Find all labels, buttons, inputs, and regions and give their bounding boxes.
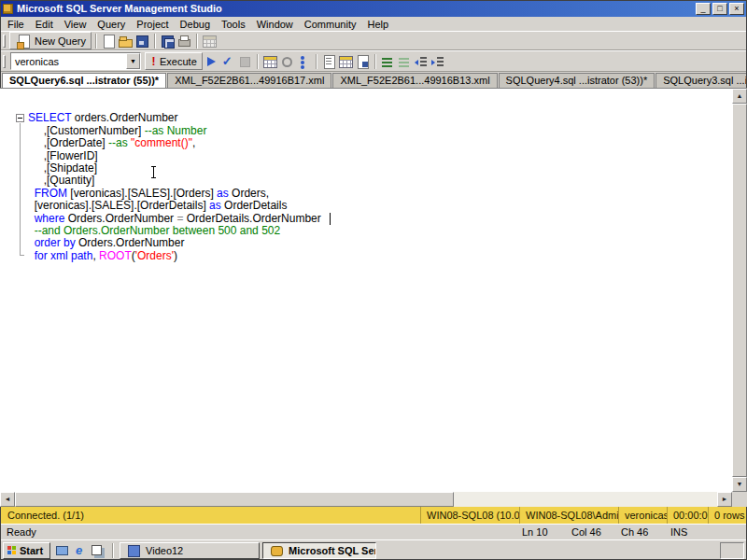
tab-list: SQLQuery6.sql ...istrator (55))*XML_F52E… <box>2 73 747 88</box>
code-line[interactable]: ,[Quantity] <box>28 175 728 187</box>
uncomment-icon[interactable] <box>397 54 412 69</box>
results-grid-icon[interactable] <box>202 34 217 49</box>
taskbar-separator <box>112 543 113 558</box>
code-area[interactable]: SELECT orders.OrderNumber ,[CustomerNumb… <box>28 100 728 262</box>
new-query-button[interactable]: New Query <box>9 32 92 49</box>
horizontal-scrollbar-thumb[interactable] <box>15 492 454 507</box>
increase-indent-icon[interactable] <box>430 54 445 69</box>
save-icon[interactable] <box>134 34 149 49</box>
code-line[interactable]: for xml path, ROOT('Orders') <box>28 250 728 262</box>
code-token: [veronicas].[SALES].[Orders] <box>67 187 217 200</box>
code-line[interactable]: ,[FlowerID] <box>28 150 728 162</box>
show-estimated-plan-icon[interactable] <box>262 54 277 69</box>
maximize-button[interactable]: □ <box>712 3 727 15</box>
execute-icon: ! <box>150 55 157 68</box>
code-line[interactable]: order by Orders.OrderNumber <box>28 237 728 249</box>
code-token: OrderDetails <box>221 199 288 212</box>
taskbar-item-ssms[interactable]: Microsoft SQL Server ... <box>262 542 376 559</box>
new-query-label: New Query <box>35 35 86 47</box>
print-icon[interactable] <box>176 34 191 49</box>
ssms-app-icon <box>269 543 284 558</box>
start-button-label: Start <box>20 545 43 556</box>
code-token: SELECT <box>28 111 71 124</box>
debug-play-icon[interactable] <box>204 54 218 69</box>
fold-region-line <box>20 123 21 256</box>
editor-region[interactable]: SELECT orders.OrderNumber ,[CustomerNumb… <box>0 88 747 492</box>
toolbar-grip[interactable] <box>3 35 6 48</box>
toolbar-separator <box>154 34 155 49</box>
query-options-icon[interactable] <box>279 54 294 69</box>
tab-label: SQLQuery3.sql ...istrator (52))* <box>663 75 747 86</box>
execute-button[interactable]: ! Execute <box>145 52 203 70</box>
code-token <box>28 187 35 200</box>
parse-check-icon[interactable] <box>220 54 235 69</box>
scroll-left-icon[interactable] <box>0 492 15 507</box>
menu-item-view[interactable]: View <box>59 18 92 31</box>
menu-item-file[interactable]: File <box>2 18 30 31</box>
code-line[interactable]: [veronicas].[SALES].[OrderDetails] as Or… <box>28 200 728 212</box>
scrollbar-corner <box>732 492 747 507</box>
scroll-down-icon[interactable] <box>732 477 747 492</box>
code-line[interactable]: SELECT orders.OrderNumber <box>28 112 728 124</box>
document-tab-4[interactable]: SQLQuery4.sql ...istrator (53))* <box>499 73 655 88</box>
chevron-down-icon[interactable] <box>126 53 140 69</box>
show-desktop-icon[interactable] <box>54 543 69 558</box>
vertical-scrollbar-thumb[interactable] <box>732 104 747 477</box>
code-line[interactable]: ,[OrderDate] --as "comment()", <box>28 137 728 149</box>
code-token: --as <box>108 136 131 149</box>
tab-label: XML_F52E2B61...49916B13.xml <box>340 75 489 86</box>
open-file-icon[interactable] <box>118 34 133 49</box>
code-token: ,[CustomerNumber] <box>28 124 145 137</box>
toolbar-separator <box>316 54 317 69</box>
horizontal-scrollbar[interactable] <box>0 492 747 507</box>
menu-item-edit[interactable]: Edit <box>30 18 59 31</box>
scroll-right-icon[interactable] <box>717 492 732 507</box>
menu-item-community[interactable]: Community <box>299 18 362 31</box>
window-switcher-icon[interactable] <box>90 543 105 558</box>
status-database: veronicas <box>618 507 667 524</box>
menu-item-debug[interactable]: Debug <box>175 18 216 31</box>
fold-collapse-icon[interactable] <box>16 114 24 122</box>
code-token: Orders.OrderNumber <box>64 212 176 225</box>
code-token: orders.OrderNumber <box>71 111 177 124</box>
scroll-up-icon[interactable] <box>732 89 747 104</box>
menu-item-window[interactable]: Window <box>251 18 299 31</box>
database-combo[interactable]: veronicas <box>10 52 141 70</box>
code-line[interactable]: ,[CustomerNumber] --as Number <box>28 125 728 137</box>
menu-item-project[interactable]: Project <box>131 18 174 31</box>
cancel-query-icon[interactable] <box>237 54 252 69</box>
results-to-file-icon[interactable] <box>355 54 370 69</box>
minimize-button[interactable]: _ <box>696 3 711 15</box>
internet-explorer-icon[interactable] <box>72 543 87 558</box>
code-line[interactable]: --and Orders.OrderNumber between 500 and… <box>28 225 728 237</box>
standard-toolbar-icons <box>100 34 218 49</box>
code-token: "comment()" <box>131 136 192 149</box>
code-token: order by <box>35 236 76 249</box>
toolbar-grip[interactable] <box>3 55 6 68</box>
document-tab-1[interactable]: SQLQuery6.sql ...istrator (55))* <box>2 73 166 88</box>
document-tab-2[interactable]: XML_F52E2B61...49916B17.xml <box>167 73 331 88</box>
taskbar-item-video12[interactable]: Video12 <box>120 542 260 559</box>
new-file-icon[interactable] <box>101 34 116 49</box>
code-line[interactable]: FROM [veronicas].[SALES].[Orders] as Ord… <box>28 188 728 200</box>
results-to-grid-icon[interactable] <box>338 54 353 69</box>
menu-item-query[interactable]: Query <box>92 18 131 31</box>
menu-item-help[interactable]: Help <box>361 18 394 31</box>
decrease-indent-icon[interactable] <box>414 54 429 69</box>
vertical-scrollbar[interactable] <box>732 89 747 492</box>
intellisense-icon[interactable] <box>296 54 311 69</box>
document-tab-3[interactable]: XML_F52E2B61...49916B13.xml <box>332 73 497 88</box>
start-button[interactable]: Start <box>3 542 50 559</box>
results-to-text-icon[interactable] <box>321 54 336 69</box>
comment-icon[interactable] <box>380 54 395 69</box>
code-line[interactable]: where Orders.OrderNumber = OrderDetails.… <box>28 213 728 225</box>
code-line[interactable]: ,[Shipdate] <box>28 162 728 175</box>
code-token: Orders.OrderNumber <box>76 236 185 249</box>
close-button[interactable]: × <box>729 3 744 15</box>
save-all-icon[interactable] <box>160 34 175 49</box>
document-tab-bar: SQLQuery6.sql ...istrator (55))*XML_F52E… <box>0 72 747 88</box>
toolbar-separator <box>95 34 96 49</box>
document-tab-5[interactable]: SQLQuery3.sql ...istrator (52))* <box>655 73 747 88</box>
code-line[interactable] <box>28 100 728 112</box>
menu-item-tools[interactable]: Tools <box>216 18 251 31</box>
